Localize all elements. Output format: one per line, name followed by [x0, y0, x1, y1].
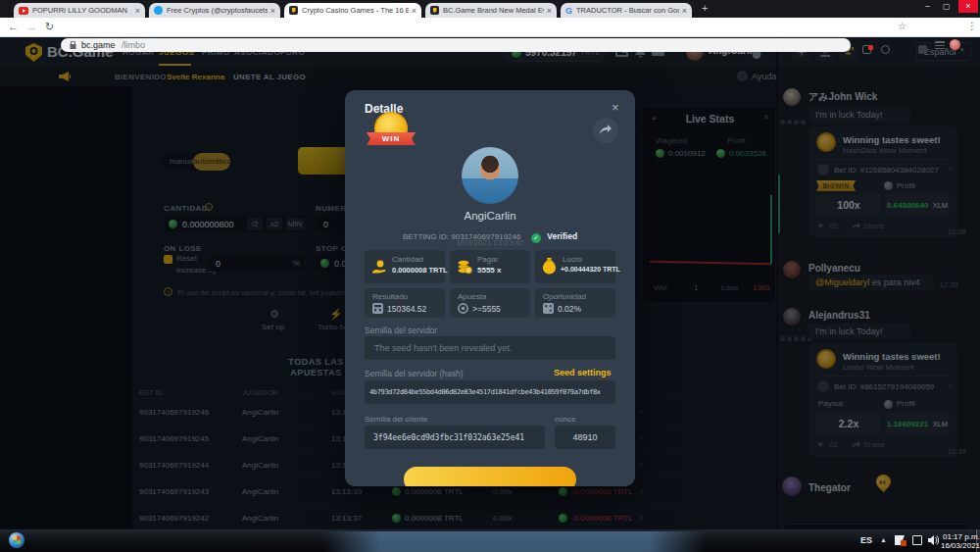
stat-label: Lucro [563, 255, 582, 264]
tray-network-icon[interactable] [912, 535, 922, 545]
tab-bcgame-active[interactable]: Crypto Casino Games - The 16 B × [284, 3, 421, 18]
address-bar[interactable]: bc.game /limbo [61, 38, 851, 52]
server-seed-hash-value: 4b793d72d84be55bd4d06d82e83e4517d1841dfc… [369, 388, 601, 396]
taskbar-language[interactable]: ES [860, 535, 872, 545]
coins-icon [457, 259, 472, 275]
stat-card-lucro: Lucro +0.00444320 TRTL [535, 250, 615, 283]
google-icon: G [565, 6, 572, 16]
show-desktop-button[interactable] [976, 529, 980, 552]
tab-close-icon[interactable]: × [132, 6, 140, 16]
client-seed-field[interactable]: 3f94ee6e0cd9d3fbc31f032a63e25e41 [365, 426, 545, 449]
window-maximize-button[interactable]: ▢ [943, 2, 951, 11]
modal-datetime: 16/3/2021 13:13:42 [345, 238, 635, 247]
url-path: /limbo [122, 40, 145, 50]
stat-value: 5555 x [477, 266, 501, 275]
hand-coin-icon [371, 259, 387, 275]
modal-close-icon[interactable]: × [612, 100, 619, 115]
lock-icon [70, 41, 76, 49]
stat-label: Cantidad [392, 255, 423, 264]
stat-value: 0.0000008 TRTL [392, 266, 448, 275]
server-seed-field[interactable]: The seed hasn't been revealed yet. [365, 336, 615, 360]
tab-close-icon[interactable]: × [544, 6, 552, 16]
taskbar: ES ▲ 01:17 p.m. 16/03/2021 [0, 529, 980, 552]
tab-strip: POPURRI LILLY GOODMAN × Free Cryptos (@c… [0, 0, 980, 18]
browser-menu-icon[interactable]: ⋮ [967, 21, 977, 31]
extension-translate-icon[interactable] [862, 40, 871, 58]
stat-label: Oportunidad [543, 292, 586, 301]
server-seed-value: The seed hasn't been revealed yet. [374, 343, 512, 353]
nonce-label: nonce [555, 415, 576, 424]
reading-list-icon[interactable] [935, 41, 945, 49]
taskbar-glass-glow [323, 531, 706, 552]
stat-card-pagar: Pagar 5555 x [450, 250, 530, 283]
tab-bcgame2[interactable]: BC.Game Brand New Medal Even × [425, 3, 557, 18]
tab-close-icon[interactable]: × [679, 6, 687, 16]
new-tab-button[interactable]: + [702, 2, 708, 14]
tab-title: Crypto Casino Games - The 16 B [302, 6, 409, 15]
stat-card-resultado: Resultado 150364.52 [365, 288, 445, 318]
server-seed-hash-field[interactable]: 4b793d72d84be55bd4d06d82e83e4517d1841dfc… [365, 380, 615, 404]
tab-title: BC.Game Brand New Medal Even [443, 6, 544, 15]
calculator-icon [372, 303, 383, 314]
seed-settings-link[interactable]: Seed settings [554, 368, 612, 377]
client-seed-value: 3f94ee6e0cd9d3fbc31f032a63e25e41 [373, 433, 524, 442]
nonce-field[interactable]: 48910 [555, 426, 615, 449]
tray-expand-icon[interactable]: ▲ [880, 536, 887, 543]
bcgame-favicon [430, 6, 439, 15]
win-badge-label: WIN [368, 134, 414, 143]
page: BC.Game HOGAR JUEGOS ▾ PRIMO ASOCIADO FO… [0, 37, 980, 529]
tab-youtube[interactable]: POPURRI LILLY GOODMAN × [14, 3, 145, 18]
stat-label: Apuesta [458, 292, 486, 301]
money-bag-icon [542, 258, 557, 275]
url-domain: bc.game [81, 40, 116, 50]
window-close-button[interactable]: × [958, 0, 978, 13]
bcgame-favicon [289, 6, 298, 15]
extension-puzzle-icon[interactable] [918, 40, 927, 58]
modal-username: AngiCarlin [345, 210, 635, 222]
bookmark-star-icon[interactable]: ☆ [898, 21, 906, 31]
tab-title: POPURRI LILLY GOODMAN [32, 6, 127, 15]
window-minimize-button[interactable]: – [925, 1, 930, 11]
youtube-icon [19, 7, 28, 15]
tab-twitter[interactable]: Free Cryptos (@cryptosfaucets) / × [149, 3, 280, 18]
bet-detail-modal: Detalle × WIN AngiCarlin BETTING ID: 903… [345, 90, 635, 486]
client-seed-label: Semilla del cliente [365, 415, 427, 424]
tray-alert-badge [901, 540, 906, 546]
back-button[interactable]: ← [8, 21, 19, 32]
stat-card-oportunidad: Oportunidad 0.02% [535, 288, 615, 318]
tab-close-icon[interactable]: × [409, 6, 416, 16]
browser-toolbar: ← → ↻ bc.game /limbo ☆ ⋮ [0, 18, 980, 37]
stat-card-apuesta: Apuesta >=5555 [450, 288, 530, 318]
dice-icon [543, 303, 554, 314]
nonce-value: 48910 [572, 432, 597, 442]
target-icon [458, 303, 468, 314]
reload-button[interactable]: ↻ [45, 21, 54, 33]
verify-button[interactable] [404, 467, 576, 486]
win-medal: WIN [368, 110, 414, 155]
stat-card-cantidad: Cantidad 0.0000008 TRTL [365, 250, 445, 283]
stat-value: 0.02% [558, 304, 581, 314]
tab-close-icon[interactable]: × [268, 6, 275, 16]
forward-button[interactable]: → [26, 21, 37, 32]
extension-history-icon[interactable] [881, 40, 890, 58]
stat-value: 150364.52 [387, 304, 426, 314]
tray-volume-icon[interactable] [928, 535, 939, 545]
tab-google[interactable]: G TRADUCTOR - Buscar con Googl × [561, 3, 692, 18]
stat-value: +0.00444320 TRTL [561, 266, 620, 273]
tray-clock-date[interactable]: 16/03/2021 [941, 541, 980, 550]
tray-clock-time[interactable]: 01:17 p.m. [943, 532, 980, 541]
profile-avatar[interactable] [950, 39, 960, 50]
stat-label: Resultado [372, 292, 408, 301]
modal-share-button[interactable] [593, 118, 618, 143]
tab-title: Free Cryptos (@cryptosfaucets) / [167, 6, 268, 15]
server-seed-label: Semilla del servidor [365, 326, 437, 335]
modal-user-avatar [462, 147, 518, 204]
server-seed-hash-label: Semilla del servidor (hash) [365, 369, 464, 378]
stat-label: Pagar [477, 255, 498, 264]
stat-value: >=5555 [472, 304, 501, 314]
tab-title: TRADUCTOR - Buscar con Googl [576, 6, 679, 15]
start-button[interactable] [9, 532, 24, 548]
twitter-icon [154, 6, 163, 15]
